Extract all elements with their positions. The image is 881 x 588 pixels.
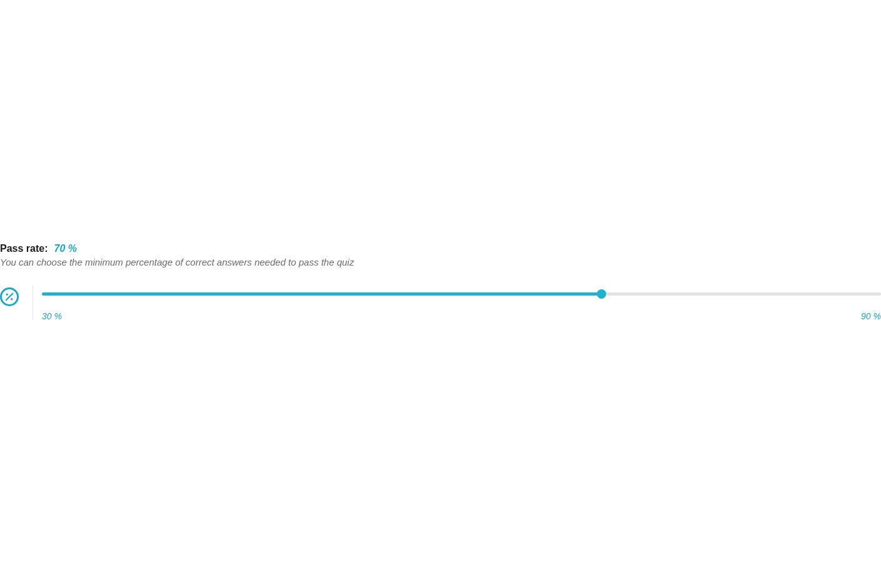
pass-rate-header: Pass rate: 70 % — [0, 243, 881, 254]
pass-rate-section: Pass rate: 70 % You can choose the minim… — [0, 243, 881, 321]
pass-rate-slider-row: 30 % 90 % — [0, 285, 881, 321]
svg-point-2 — [11, 298, 13, 300]
vertical-divider — [33, 285, 33, 320]
svg-point-1 — [6, 294, 8, 296]
slider-range-labels: 30 % 90 % — [42, 311, 881, 321]
pass-rate-slider[interactable] — [42, 289, 881, 300]
slider-min-label: 30 % — [42, 311, 62, 321]
pass-rate-value: 70 % — [54, 243, 77, 254]
slider-track-fill — [42, 292, 602, 296]
percent-icon — [0, 287, 19, 306]
pass-rate-description: You can choose the minimum percentage of… — [0, 257, 881, 267]
pass-rate-label: Pass rate: — [0, 243, 48, 254]
slider-max-label: 90 % — [861, 311, 881, 321]
pass-rate-slider-column: 30 % 90 % — [42, 285, 881, 321]
percent-icon-wrap — [0, 285, 20, 306]
slider-thumb[interactable] — [597, 289, 606, 299]
